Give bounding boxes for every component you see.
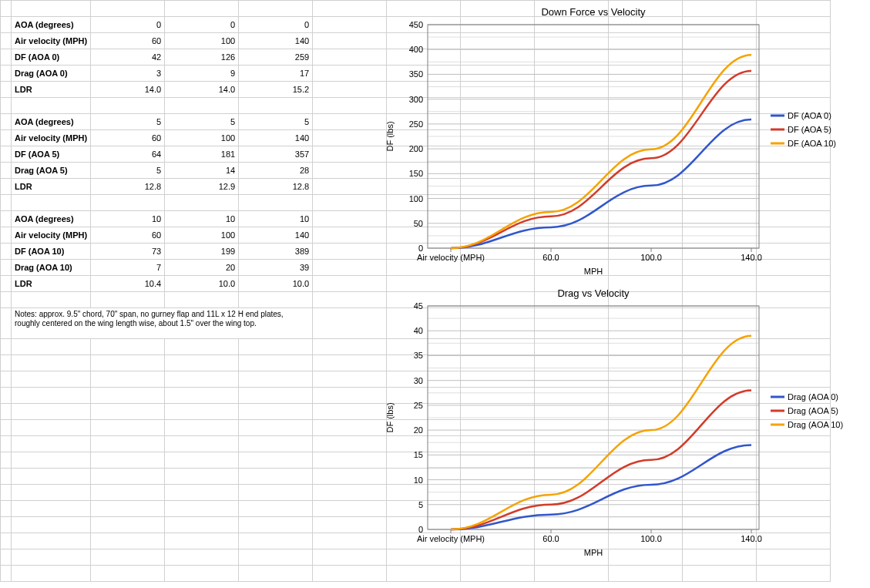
cell[interactable] — [683, 211, 757, 227]
row-value[interactable]: 10.4 — [91, 276, 165, 292]
cell[interactable] — [239, 98, 313, 114]
cell[interactable] — [91, 1, 165, 17]
cell[interactable] — [609, 501, 683, 517]
cell[interactable] — [609, 211, 683, 227]
cell[interactable] — [757, 146, 831, 163]
cell[interactable] — [313, 436, 387, 452]
cell[interactable] — [91, 469, 165, 485]
cell[interactable] — [609, 260, 683, 276]
cell[interactable] — [313, 308, 387, 339]
cell[interactable] — [387, 436, 461, 452]
cell[interactable] — [313, 211, 387, 227]
row-value[interactable]: 10 — [165, 211, 239, 227]
cell[interactable] — [12, 404, 91, 420]
cell[interactable] — [683, 163, 757, 179]
cell[interactable] — [461, 404, 535, 420]
cell[interactable] — [461, 420, 535, 436]
cell[interactable] — [313, 49, 387, 66]
cell[interactable] — [313, 146, 387, 163]
row-value[interactable]: 64 — [91, 146, 165, 163]
cell[interactable] — [239, 436, 313, 452]
cell[interactable] — [535, 436, 609, 452]
cell[interactable] — [683, 452, 757, 469]
cell[interactable] — [535, 452, 609, 469]
cell[interactable] — [683, 566, 757, 582]
cell[interactable] — [535, 420, 609, 436]
cell[interactable] — [757, 1, 831, 17]
cell[interactable] — [461, 485, 535, 501]
cell[interactable] — [12, 292, 91, 308]
cell[interactable] — [535, 33, 609, 49]
cell[interactable] — [91, 195, 165, 211]
cell[interactable] — [461, 452, 535, 469]
cell[interactable] — [387, 355, 461, 371]
cell[interactable] — [387, 292, 461, 308]
cell[interactable] — [313, 66, 387, 82]
cell[interactable] — [683, 339, 757, 355]
cell[interactable] — [313, 227, 387, 244]
cell[interactable] — [239, 388, 313, 404]
cell[interactable] — [683, 98, 757, 114]
cell[interactable] — [535, 260, 609, 276]
cell[interactable] — [461, 227, 535, 244]
cell[interactable] — [461, 501, 535, 517]
cell[interactable] — [313, 549, 387, 566]
cell[interactable] — [313, 82, 387, 98]
cell[interactable] — [683, 549, 757, 566]
row-value[interactable]: 389 — [239, 244, 313, 260]
row-label[interactable]: DF (AOA 5) — [12, 146, 91, 163]
row-value[interactable]: 0 — [239, 17, 313, 33]
cell[interactable] — [757, 276, 831, 292]
row-value[interactable]: 60 — [91, 227, 165, 244]
cell[interactable] — [609, 179, 683, 195]
cell[interactable] — [165, 404, 239, 420]
row-value[interactable]: 42 — [91, 49, 165, 66]
row-value[interactable]: 100 — [165, 130, 239, 146]
cell[interactable] — [387, 485, 461, 501]
row-value[interactable]: 14.0 — [91, 82, 165, 98]
row-value[interactable]: 28 — [239, 163, 313, 179]
cell[interactable] — [12, 469, 91, 485]
cell[interactable] — [239, 549, 313, 566]
row-value[interactable]: 20 — [165, 260, 239, 276]
cell[interactable] — [609, 276, 683, 292]
cell[interactable] — [313, 98, 387, 114]
cell[interactable] — [757, 501, 831, 517]
cell[interactable] — [461, 355, 535, 371]
row-label[interactable]: Air velocity (MPH) — [12, 227, 91, 244]
cell[interactable] — [683, 355, 757, 371]
cell[interactable] — [757, 388, 831, 404]
cell[interactable] — [387, 114, 461, 130]
cell[interactable] — [91, 501, 165, 517]
cell[interactable] — [387, 130, 461, 146]
cell[interactable] — [387, 404, 461, 420]
cell[interactable] — [239, 501, 313, 517]
row-value[interactable]: 15.2 — [239, 82, 313, 98]
cell[interactable] — [239, 355, 313, 371]
cell[interactable] — [683, 388, 757, 404]
cell[interactable] — [387, 533, 461, 549]
cell[interactable] — [757, 452, 831, 469]
cell[interactable] — [609, 33, 683, 49]
cell[interactable] — [313, 17, 387, 33]
cell[interactable] — [461, 371, 535, 388]
cell[interactable] — [313, 339, 387, 355]
row-value[interactable]: 60 — [91, 33, 165, 49]
cell[interactable] — [683, 517, 757, 533]
cell[interactable] — [12, 566, 91, 582]
cell[interactable] — [313, 260, 387, 276]
cell[interactable] — [387, 66, 461, 82]
cell[interactable] — [609, 82, 683, 98]
cell[interactable] — [535, 549, 609, 566]
cell[interactable] — [757, 292, 831, 308]
cell[interactable] — [313, 533, 387, 549]
cell[interactable] — [239, 485, 313, 501]
cell[interactable] — [535, 66, 609, 82]
cell[interactable] — [757, 195, 831, 211]
row-value[interactable]: 17 — [239, 66, 313, 82]
cell[interactable] — [535, 130, 609, 146]
cell[interactable] — [387, 260, 461, 276]
cell[interactable] — [165, 469, 239, 485]
cell[interactable] — [461, 98, 535, 114]
cell[interactable] — [609, 195, 683, 211]
